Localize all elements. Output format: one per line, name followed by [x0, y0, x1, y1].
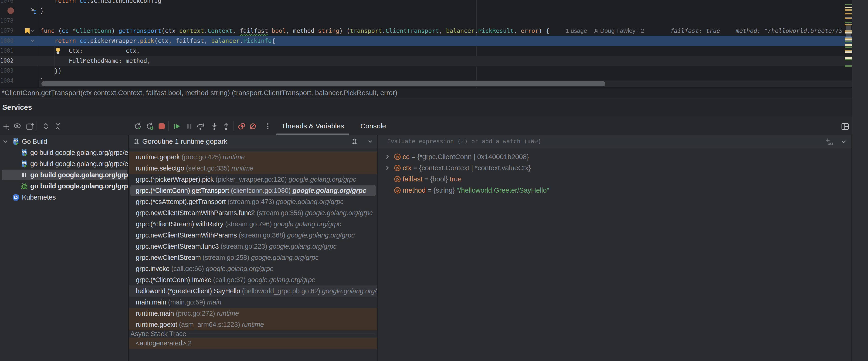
tab-threads-and-variables[interactable]: Threads & Variables: [276, 117, 349, 135]
pause-button[interactable]: [185, 122, 194, 131]
error-stripe-mark[interactable]: [845, 7, 852, 8]
mute-breakpoints-button[interactable]: [248, 122, 257, 131]
error-stripe-mark[interactable]: [845, 13, 852, 14]
show-button[interactable]: [13, 122, 22, 131]
expand-all-button[interactable]: [41, 122, 51, 131]
variable-row-cc[interactable]: pcc = {*grpc.ClientConn | 0x140001b2008}: [378, 151, 851, 162]
stack-frame-row[interactable]: main.main (main.go:59) main: [129, 297, 377, 308]
tree-item-go-build-google-golang-org-grpc-ex[interactable]: go build google.golang.org/grpc/ex: [0, 147, 128, 158]
code-editor[interactable]: 1076 return cc.sc.healthCheckConfig}1078…: [0, 0, 852, 88]
code-vision-hints[interactable]: 1 usageDoug Fawley +2: [565, 26, 644, 36]
usages-hint[interactable]: 1 usage: [565, 26, 587, 36]
variable-row-failfast[interactable]: pfailfast = {bool} true: [378, 173, 851, 185]
stack-frame-row[interactable]: runtime.goexit (asm_arm64.s:1223) runtim…: [129, 319, 377, 330]
variables-panel[interactable]: Evaluate expression (⏎) or add a watch (…: [378, 135, 851, 361]
services-tree[interactable]: Go Buildgo build google.golang.org/grpc/…: [0, 135, 128, 361]
code-line-1083[interactable]: 1083 }): [0, 66, 852, 76]
view-breakpoints-button[interactable]: [237, 122, 246, 131]
line-number: 1080: [0, 36, 13, 46]
collapse-all-button[interactable]: [53, 122, 62, 131]
error-stripe-mark[interactable]: [845, 44, 852, 46]
code-line-1078[interactable]: 1078: [0, 16, 852, 26]
stack-frame-row[interactable]: grpc.(*ClientConn).Invoke (call.go:37) g…: [129, 274, 377, 286]
step-out-button[interactable]: [221, 122, 231, 131]
stack-frame-row[interactable]: grpc.newClientStreamWithParams (stream.g…: [129, 230, 377, 241]
error-stripe-mark[interactable]: [845, 9, 852, 11]
error-stripe-mark[interactable]: [845, 4, 852, 5]
stack-frame-row[interactable]: runtime.selectgo (select.go:335) runtime: [129, 163, 377, 174]
stack-frame-row[interactable]: grpc.(*ClientConn).getTransport (clientc…: [129, 185, 377, 196]
code-line-1079[interactable]: 1079func (cc *ClientConn) getTransport(c…: [0, 26, 852, 36]
code-line-1082[interactable]: 1082 FullMethodName: method,: [0, 56, 852, 66]
expand-chevron-icon[interactable]: [384, 154, 391, 160]
code-line-1080[interactable]: 1080 return cc.pickerWrapper.pick(ctx, f…: [0, 36, 852, 46]
rerun-debug-button[interactable]: [145, 122, 154, 131]
tree-item-go-build[interactable]: Go Build: [0, 136, 128, 147]
error-stripe-mark[interactable]: [845, 46, 852, 48]
code-line-1077[interactable]: }: [0, 6, 852, 16]
chevron-down-icon[interactable]: [841, 139, 847, 145]
panel-divider[interactable]: [377, 135, 378, 361]
tree-item-go-build-google-golang-org-grpc[interactable]: go build google.golang.org/grpc/: [0, 180, 128, 192]
add-watch-icon[interactable]: [825, 137, 833, 146]
stack-frame-row[interactable]: grpc.(*csAttempt).getTransport (stream.g…: [129, 196, 377, 207]
frames-panel[interactable]: Goroutine 1 runtime.gopark runtime.gopar…: [129, 135, 377, 361]
more-button[interactable]: [263, 122, 272, 131]
error-stripe-mark[interactable]: [845, 41, 852, 42]
tree-item-go-build-google-golang-org-grpc-ex[interactable]: go build google.golang.org/grpc/ex: [0, 158, 128, 169]
author-hint[interactable]: Doug Fawley +2: [600, 26, 644, 36]
tree-item-go-build-google-golang-org-grpc[interactable]: go build google.golang.org/grpc/: [0, 169, 128, 180]
svg-text:p: p: [396, 155, 399, 159]
evaluate-expression-field[interactable]: Evaluate expression (⏎) or add a watch (…: [378, 135, 851, 148]
chevron-down-icon[interactable]: [367, 139, 373, 144]
rerun-button[interactable]: [133, 122, 143, 131]
error-stripe-mark[interactable]: [845, 65, 852, 67]
new-tab-button[interactable]: [25, 122, 35, 131]
resume-button[interactable]: [172, 122, 181, 131]
tree-chevron-icon[interactable]: [2, 138, 8, 144]
stack-frame-row[interactable]: runtime.gopark (proc.go:425) runtime: [129, 152, 377, 163]
step-over-button[interactable]: [196, 122, 205, 131]
step-into-button[interactable]: [210, 122, 219, 131]
fold-icon[interactable]: [30, 38, 35, 43]
stack-frame-row[interactable]: grpc.newClientStreamWithParams.func2 (st…: [129, 207, 377, 219]
stack-frame-row[interactable]: grpc.(*clientStream).withRetry (stream.g…: [129, 219, 377, 230]
error-stripe-mark[interactable]: [845, 50, 852, 51]
error-stripe-mark[interactable]: [845, 22, 852, 23]
tree-item-kubernetes[interactable]: Kubernetes: [0, 192, 128, 203]
stop-button[interactable]: [157, 122, 166, 131]
frame-function: runtime.main: [136, 309, 174, 317]
variable-row-ctx[interactable]: pctx = {context.Context | *context.value…: [378, 162, 851, 173]
tab-console[interactable]: Console: [356, 117, 391, 135]
error-stripe-mark[interactable]: [845, 59, 852, 60]
variable-value: {bool}: [430, 175, 450, 183]
error-stripe-mark[interactable]: [845, 18, 852, 19]
variable-row-method[interactable]: pmethod = {string} "/helloworld.Greeter/…: [378, 185, 851, 196]
frame-text: grpc.newClientStreamWithParams.func2 (st…: [136, 207, 373, 219]
add-button[interactable]: [1, 122, 11, 131]
frame-package: runtime: [217, 309, 239, 317]
goroutine-selector[interactable]: Goroutine 1 runtime.gopark: [129, 135, 377, 148]
panel-divider[interactable]: [128, 135, 129, 361]
frame-text: grpc.(*ClientConn).getTransport (clientc…: [136, 185, 366, 196]
horizontal-scrollbar-thumb[interactable]: [41, 81, 606, 86]
expand-chevron-icon[interactable]: [384, 165, 391, 171]
code-line-1076[interactable]: 1076 return cc.sc.healthCheckConfig: [0, 0, 852, 6]
stack-frame-row[interactable]: grpc.newClientStream (stream.go:258) goo…: [129, 252, 377, 263]
fold-icon[interactable]: [30, 28, 35, 33]
layout-settings-button[interactable]: [840, 121, 851, 132]
stack-frame-row[interactable]: grpc.(*pickerWrapper).pick (picker_wrapp…: [129, 174, 377, 185]
async-frame-row[interactable]: <autogenerated>:2: [129, 337, 377, 349]
code-token: Context: [208, 27, 232, 34]
error-stripe-mark[interactable]: [845, 57, 852, 59]
horizontal-scrollbar[interactable]: [39, 80, 852, 87]
stack-frame-row[interactable]: helloworld.(*greeterClient).SayHello (he…: [129, 286, 377, 297]
stack-frame-row[interactable]: grpc.newClientStream.func3 (stream.go:22…: [129, 241, 377, 252]
stack-frame-row[interactable]: grpc.invoke (call.go:66) google.golang.o…: [129, 263, 377, 274]
goroutine-filter-icon[interactable]: [351, 138, 358, 145]
vertical-scrollbar-thumb[interactable]: [846, 24, 851, 39]
stack-frame-row[interactable]: runtime.main (proc.go:272) runtime: [129, 308, 377, 319]
code-line-1081[interactable]: 1081 Ctx: ctx,: [0, 46, 852, 56]
breakpoint-icon[interactable]: [7, 7, 14, 14]
error-stripe-mark[interactable]: [845, 52, 852, 53]
